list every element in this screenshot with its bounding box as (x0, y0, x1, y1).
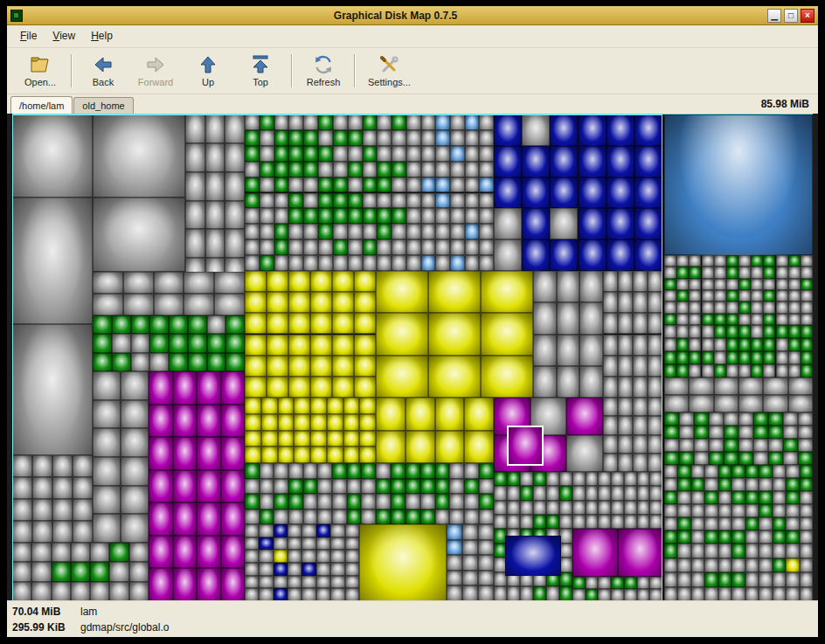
treemap-cell[interactable] (359, 414, 376, 431)
treemap-cell[interactable] (768, 439, 783, 452)
treemap-cell[interactable] (637, 589, 650, 600)
treemap-cell[interactable] (245, 588, 259, 600)
treemap-cell[interactable] (288, 239, 303, 255)
treemap-cell[interactable] (327, 431, 343, 447)
treemap-cell[interactable] (676, 255, 689, 267)
treemap-cell[interactable] (664, 255, 676, 267)
treemap-cell[interactable] (435, 431, 465, 464)
treemap-cell[interactable] (718, 517, 731, 530)
menu-file[interactable]: File (12, 25, 45, 47)
treemap-cell[interactable] (801, 325, 813, 338)
treemap-cell[interactable] (465, 114, 480, 130)
treemap-cell[interactable] (52, 477, 73, 499)
treemap-cell[interactable] (245, 130, 260, 146)
treemap-cell[interactable] (763, 377, 787, 395)
treemap-cell[interactable] (522, 177, 550, 209)
treemap-cell[interactable] (714, 351, 726, 364)
treemap-cell[interactable] (637, 577, 650, 589)
treemap-cell[interactable] (603, 416, 618, 434)
treemap-cell[interactable] (332, 509, 347, 525)
treemap-block[interactable] (245, 114, 406, 271)
treemap-cell[interactable] (738, 377, 763, 395)
treemap-cell[interactable] (618, 416, 633, 434)
treemap-cell[interactable] (624, 577, 637, 589)
treemap-cell[interactable] (603, 292, 618, 313)
treemap-cell[interactable] (800, 544, 813, 558)
treemap-cell[interactable] (274, 130, 289, 146)
treemap-cell[interactable] (702, 314, 714, 325)
treemap-cell[interactable] (738, 325, 751, 338)
treemap-cell[interactable] (225, 114, 245, 143)
treemap-cell[interactable] (738, 364, 751, 377)
treemap-cell[interactable] (294, 431, 310, 447)
treemap-cell[interactable] (406, 208, 421, 224)
treemap-cell[interactable] (245, 292, 267, 313)
treemap-cell[interactable] (714, 314, 726, 325)
treemap-cell[interactable] (773, 491, 786, 504)
treemap-cell[interactable] (579, 146, 607, 177)
treemap-cell[interactable] (801, 314, 813, 325)
treemap-cell[interactable] (691, 491, 704, 504)
treemap-cell[interactable] (112, 334, 131, 352)
treemap-cell[interactable] (753, 412, 768, 426)
treemap-cell[interactable] (12, 499, 32, 521)
treemap-cell[interactable] (71, 562, 90, 581)
treemap-cell[interactable] (259, 537, 273, 551)
treemap-cell[interactable] (333, 162, 348, 177)
treemap-cell[interactable] (579, 177, 607, 209)
treemap-block[interactable] (12, 197, 93, 324)
treemap-cell[interactable] (260, 224, 274, 239)
treemap-cell[interactable] (557, 271, 580, 302)
treemap-cell[interactable] (479, 479, 494, 495)
treemap-cell[interactable] (677, 572, 690, 587)
treemap-cell[interactable] (131, 315, 150, 334)
treemap-cell[interactable] (759, 465, 772, 478)
treemap-cell[interactable] (31, 582, 51, 600)
treemap-cell[interactable] (738, 314, 751, 325)
treemap-cell[interactable] (726, 364, 738, 377)
treemap-cell[interactable] (664, 279, 676, 290)
treemap-cell[interactable] (726, 279, 738, 290)
treemap-cell[interactable] (611, 486, 624, 500)
treemap-cell[interactable] (225, 315, 245, 334)
treemap-cell[interactable] (245, 162, 260, 177)
treemap-cell[interactable] (494, 472, 507, 486)
treemap-cell[interactable] (664, 412, 679, 426)
treemap-cell[interactable] (709, 452, 724, 465)
treemap-cell[interactable] (603, 271, 618, 292)
treemap-cell[interactable] (786, 517, 799, 530)
treemap-cell[interactable] (274, 208, 289, 224)
treemap-cell[interactable] (677, 517, 690, 530)
treemap-cell[interactable] (479, 162, 494, 177)
treemap-cell[interactable] (691, 558, 704, 573)
treemap-cell[interactable] (93, 353, 112, 371)
treemap-cell[interactable] (288, 313, 310, 334)
treemap-cell[interactable] (332, 292, 354, 313)
treemap-cell[interactable] (274, 479, 288, 495)
treemap-cell[interactable] (173, 568, 198, 600)
treemap-cell[interactable] (714, 279, 726, 290)
treemap-cell[interactable] (131, 353, 150, 371)
treemap-cell[interactable] (274, 576, 288, 589)
treemap-cell[interactable] (406, 431, 435, 464)
treemap-block[interactable] (359, 524, 447, 600)
treemap-cell[interactable] (745, 530, 759, 544)
treemap-cell[interactable] (267, 335, 288, 356)
treemap-cell[interactable] (798, 452, 813, 465)
treemap-cell[interactable] (624, 589, 637, 600)
treemap-cell[interactable] (702, 279, 714, 290)
treemap-block[interactable] (664, 377, 813, 412)
treemap-cell[interactable] (753, 439, 768, 452)
treemap-cell[interactable] (327, 447, 343, 463)
treemap-block[interactable] (12, 543, 149, 600)
treemap-cell[interactable] (197, 470, 221, 503)
treemap-cell[interactable] (391, 463, 406, 479)
treemap-cell[interactable] (773, 478, 786, 491)
treemap-cell[interactable] (361, 509, 376, 525)
treemap-cell[interactable] (464, 398, 494, 431)
treemap-cell[interactable] (751, 314, 763, 325)
treemap-cell[interactable] (376, 431, 406, 464)
treemap-cell[interactable] (259, 524, 273, 537)
treemap-cell[interactable] (333, 177, 348, 193)
treemap-cell[interactable] (121, 400, 149, 429)
